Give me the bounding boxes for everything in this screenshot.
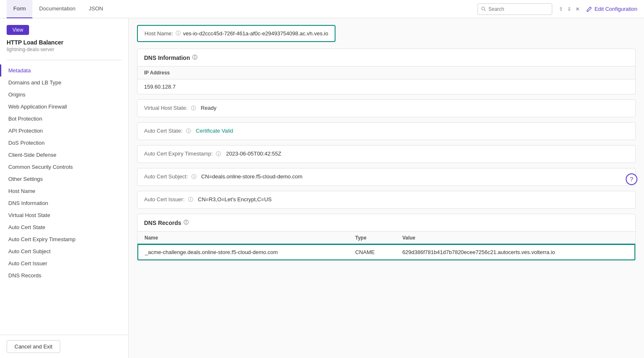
sidebar-footer: Cancel and Exit [0, 335, 128, 358]
sidebar-item-auto-cert-issuer[interactable]: Auto Cert Issuer [0, 257, 128, 269]
auto-cert-subject-label: Auto Cert Subject: [144, 173, 188, 180]
sidebar-item-dns-information[interactable]: DNS Information [0, 197, 128, 209]
sidebar-item-common-security[interactable]: Common Security Controls [0, 161, 128, 173]
edit-configuration-button[interactable]: Edit Configuration [586, 6, 637, 12]
virtual-host-state-row: Virtual Host State: ⓘ Ready [137, 100, 635, 117]
dns-record-row: _acme-challenge.deals.online-store.f5-cl… [138, 244, 635, 260]
sidebar-item-auto-cert-subject[interactable]: Auto Cert Subject [0, 245, 128, 257]
search-navigation: ⇧ ⇩ ✕ [557, 5, 581, 13]
host-name-value: ves-io-d2ccc45d-726f-461a-af0c-e29493754… [183, 30, 328, 37]
auto-cert-expiry-info-icon[interactable]: ⓘ [216, 151, 221, 158]
search-input[interactable] [488, 6, 548, 12]
tab-json[interactable]: JSON [82, 0, 110, 18]
dns-information-section: DNS Information ⓘ IP Address 159.60.128.… [137, 49, 636, 94]
virtual-host-state-info-icon[interactable]: ⓘ [191, 105, 196, 112]
host-name-box: Host Name: ⓘ ves-io-d2ccc45d-726f-461a-a… [137, 25, 335, 42]
dns-value-header: Value [396, 232, 635, 244]
auto-cert-subject-value: CN=deals.online-store.f5-cloud-demo.com [201, 173, 303, 180]
sidebar-nav: Metadata Domains and LB Type Origins Web… [0, 64, 128, 335]
virtual-host-state-value: Ready [201, 105, 217, 111]
sidebar-item-dns-records[interactable]: DNS Records [0, 269, 128, 281]
search-box[interactable] [477, 3, 552, 15]
ip-table: IP Address 159.60.128.7 [137, 67, 635, 94]
sidebar-item-other-settings[interactable]: Other Settings [0, 173, 128, 185]
auto-cert-subject-section: Auto Cert Subject: ⓘ CN=deals.online-sto… [137, 168, 636, 186]
sidebar-item-auto-cert-state[interactable]: Auto Cert State [0, 221, 128, 233]
tab-form[interactable]: Form [7, 0, 32, 18]
main-layout: View HTTP Load Balancer lightning-deals-… [0, 18, 644, 358]
dns-type-header: Type [348, 232, 395, 244]
dns-information-body: IP Address 159.60.128.7 [137, 67, 635, 94]
sidebar-item-auto-cert-expiry[interactable]: Auto Cert Expiry Timestamp [0, 233, 128, 245]
search-next-button[interactable]: ⇩ [566, 5, 573, 13]
host-name-label: Host Name: [144, 30, 173, 37]
svg-line-1 [484, 10, 485, 11]
sidebar-item-dos-protection[interactable]: DoS Protection [0, 137, 128, 149]
dns-info-icon[interactable]: ⓘ [192, 54, 197, 61]
sidebar-item-bot-protection[interactable]: Bot Protection [0, 113, 128, 125]
dns-information-header: DNS Information ⓘ [137, 49, 635, 67]
auto-cert-expiry-section: Auto Cert Expiry Timestamp: ⓘ 2023-06-05… [137, 145, 636, 163]
dns-records-body: Name Type Value _acme-challenge.deals.on… [137, 232, 635, 260]
dns-record-name: _acme-challenge.deals.online-store.f5-cl… [138, 244, 348, 260]
auto-cert-state-info-icon[interactable]: ⓘ [186, 128, 191, 135]
ip-address-row: 159.60.128.7 [137, 79, 635, 94]
dns-record-value: 629d386f781b41d7b7820ecee7256c21.autocer… [396, 244, 635, 260]
content-area: Host Name: ⓘ ves-io-d2ccc45d-726f-461a-a… [129, 18, 644, 358]
auto-cert-expiry-row: Auto Cert Expiry Timestamp: ⓘ 2023-06-05… [137, 146, 635, 163]
sidebar-item-waf[interactable]: Web Application Firewall [0, 101, 128, 113]
auto-cert-issuer-row: Auto Cert Issuer: ⓘ CN=R3,O=Let's Encryp… [137, 191, 635, 208]
auto-cert-state-value: Certificate Valid [196, 128, 233, 134]
virtual-host-state-section: Virtual Host State: ⓘ Ready [137, 99, 636, 117]
dns-records-table-header-row: Name Type Value [138, 232, 635, 244]
dns-records-header: DNS Records ⓘ [137, 214, 635, 232]
auto-cert-issuer-info-icon[interactable]: ⓘ [188, 196, 193, 203]
auto-cert-state-row: Auto Cert State: ⓘ Certificate Valid [137, 123, 635, 140]
sidebar-item-metadata[interactable]: Metadata [0, 64, 128, 77]
sidebar-title: HTTP Load Balancer [7, 39, 122, 46]
ip-address-value: 159.60.128.7 [137, 79, 635, 94]
auto-cert-issuer-value: CN=R3,O=Let's Encrypt,C=US [198, 196, 272, 202]
top-bar: Form Documentation JSON ⇧ ⇩ ✕ Edit Confi… [0, 0, 644, 18]
sidebar-header: View HTTP Load Balancer lightning-deals-… [0, 18, 128, 56]
sidebar: View HTTP Load Balancer lightning-deals-… [0, 18, 129, 358]
dns-record-type: CNAME [348, 244, 395, 260]
auto-cert-subject-info-icon[interactable]: ⓘ [191, 173, 196, 180]
dns-records-table: Name Type Value _acme-challenge.deals.on… [137, 232, 635, 260]
edit-icon [586, 6, 592, 12]
search-icon [481, 6, 486, 12]
sidebar-item-domains-lb[interactable]: Domains and LB Type [0, 77, 128, 89]
dns-name-header: Name [138, 232, 348, 244]
view-button[interactable]: View [7, 25, 29, 35]
cancel-exit-button[interactable]: Cancel and Exit [7, 340, 60, 353]
sidebar-subtitle: lightning-deals-server [7, 47, 122, 52]
auto-cert-issuer-label: Auto Cert Issuer: [144, 196, 185, 202]
auto-cert-subject-row: Auto Cert Subject: ⓘ CN=deals.online-sto… [137, 168, 635, 185]
top-bar-right: ⇧ ⇩ ✕ Edit Configuration [477, 3, 637, 15]
auto-cert-state-section: Auto Cert State: ⓘ Certificate Valid [137, 122, 636, 140]
sidebar-item-host-name[interactable]: Host Name [0, 185, 128, 197]
search-close-button[interactable]: ✕ [574, 5, 581, 13]
virtual-host-state-label: Virtual Host State: [144, 105, 188, 111]
auto-cert-expiry-label: Auto Cert Expiry Timestamp: [144, 151, 213, 157]
auto-cert-expiry-value: 2023-06-05T00:42:55Z [226, 151, 281, 157]
host-name-info-icon[interactable]: ⓘ [176, 30, 181, 37]
ip-address-header: IP Address [137, 67, 635, 79]
dns-records-section: DNS Records ⓘ Name Type Value _acme-chal… [137, 214, 636, 261]
search-prev-button[interactable]: ⇧ [557, 5, 565, 13]
tab-documentation[interactable]: Documentation [32, 0, 82, 18]
auto-cert-state-label: Auto Cert State: [144, 128, 183, 134]
help-icon[interactable]: ? [626, 173, 637, 185]
auto-cert-issuer-section: Auto Cert Issuer: ⓘ CN=R3,O=Let's Encryp… [137, 191, 636, 209]
sidebar-item-client-side-defense[interactable]: Client-Side Defense [0, 149, 128, 161]
sidebar-item-origins[interactable]: Origins [0, 89, 128, 101]
dns-records-info-icon[interactable]: ⓘ [184, 219, 189, 226]
sidebar-item-api-protection[interactable]: API Protection [0, 125, 128, 137]
sidebar-divider [7, 60, 122, 60]
sidebar-item-virtual-host-state[interactable]: Virtual Host State [0, 209, 128, 221]
